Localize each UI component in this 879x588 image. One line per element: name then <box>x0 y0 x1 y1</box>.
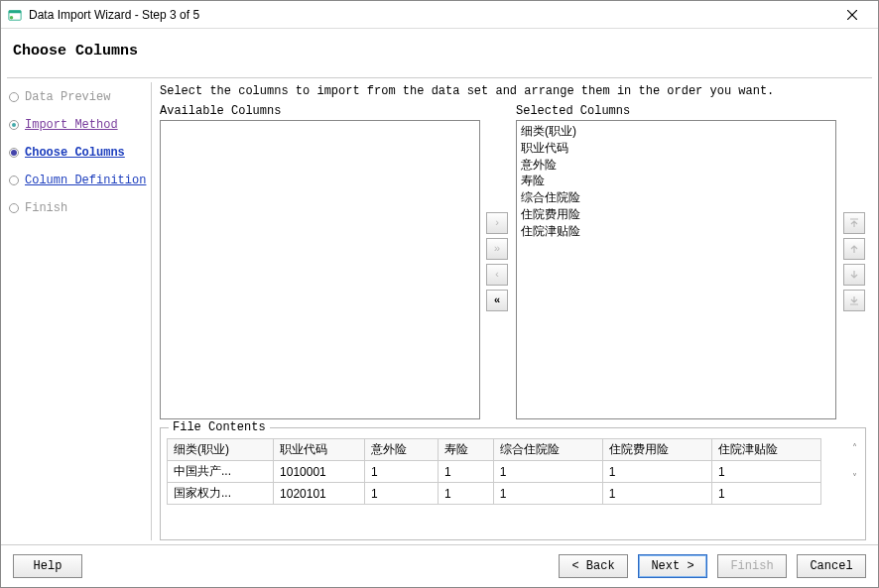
move-up-icon <box>848 243 860 255</box>
step-bullet-icon <box>9 203 19 213</box>
table-cell: 1 <box>711 483 820 505</box>
available-columns-list[interactable] <box>160 120 480 419</box>
window-title: Data Import Wizard - Step 3 of 5 <box>29 8 832 22</box>
list-item[interactable]: 寿险 <box>521 173 831 189</box>
nav-label: Finish <box>25 201 67 215</box>
nav-label: Column Definition <box>25 174 146 187</box>
scroll-up-icon: ˄ <box>852 442 857 454</box>
nav-item-column-definition[interactable]: Column Definition <box>9 174 148 187</box>
table-cell: 1 <box>711 461 820 483</box>
selected-columns-wrap: Selected Columns 细类(职业)职业代码意外险寿险综合住院险住院费… <box>516 104 836 419</box>
move-bottom-button[interactable] <box>843 290 865 311</box>
close-button[interactable] <box>832 1 872 29</box>
table-cell: 1 <box>493 483 602 505</box>
table-cell: 1 <box>365 461 439 483</box>
table-header-cell: 综合住院险 <box>493 439 602 461</box>
available-columns-wrap: Available Columns <box>160 104 480 419</box>
svg-rect-1 <box>9 10 21 13</box>
move-buttons: › » ‹ « <box>486 104 510 419</box>
file-contents-table: 细类(职业)职业代码意外险寿险综合住院险住院费用险住院津贴险 中国共产...10… <box>167 438 821 505</box>
step-bullet-icon <box>9 148 19 158</box>
nav-item-finish: Finish <box>9 201 148 215</box>
table-cell: 1020101 <box>274 483 365 505</box>
table-cell: 1 <box>602 483 711 505</box>
table-header-cell: 职业代码 <box>274 439 365 461</box>
step-bullet-icon <box>9 120 19 130</box>
header-section: Choose Columns <box>1 29 878 77</box>
list-item[interactable]: 职业代码 <box>521 140 831 157</box>
table-cell: 1010001 <box>274 461 365 483</box>
move-down-button[interactable] <box>843 264 865 286</box>
table-header-cell: 住院费用险 <box>602 439 711 461</box>
nav-item-import-method[interactable]: Import Method <box>9 118 148 132</box>
table-header-cell: 住院津贴险 <box>711 439 820 461</box>
back-button[interactable]: < Back <box>559 554 628 578</box>
table-header-row: 细类(职业)职业代码意外险寿险综合住院险住院费用险住院津贴险 <box>168 439 821 461</box>
add-button[interactable]: › <box>486 212 508 234</box>
step-bullet-icon <box>9 92 19 102</box>
table-cell: 1 <box>438 461 493 483</box>
finish-button[interactable]: Finish <box>717 554 787 578</box>
list-item[interactable]: 住院津贴险 <box>521 223 831 240</box>
add-all-button[interactable]: » <box>486 238 508 260</box>
remove-button[interactable]: ‹ <box>486 264 508 286</box>
help-button[interactable]: Help <box>13 554 82 578</box>
list-item[interactable]: 综合住院险 <box>521 189 831 206</box>
instruction-text: Select the columns to import from the da… <box>160 84 866 98</box>
nav-item-choose-columns[interactable]: Choose Columns <box>9 146 148 160</box>
next-button[interactable]: Next > <box>638 554 707 578</box>
table-cell: 1 <box>602 461 711 483</box>
nav-item-data-preview: Data Preview <box>9 90 148 104</box>
file-contents-scroll[interactable]: 细类(职业)职业代码意外险寿险综合住院险住院费用险住院津贴险 中国共产...10… <box>167 438 859 505</box>
file-contents-fieldset: File Contents 细类(职业)职业代码意外险寿险综合住院险住院费用险住… <box>160 427 866 540</box>
nav-label: Import Method <box>25 118 118 132</box>
list-item[interactable]: 细类(职业) <box>521 123 831 140</box>
main-panel: Select the columns to import from the da… <box>152 78 878 544</box>
selected-columns-label: Selected Columns <box>516 104 836 118</box>
footer: Help < Back Next > Finish Cancel <box>1 544 878 586</box>
table-cell: 1 <box>365 483 439 505</box>
move-top-icon <box>848 217 860 229</box>
titlebar: Data Import Wizard - Step 3 of 5 <box>1 1 878 29</box>
nav-label: Data Preview <box>25 90 110 104</box>
file-contents-legend: File Contents <box>169 420 270 434</box>
remove-all-button[interactable]: « <box>486 290 508 311</box>
page-title: Choose Columns <box>13 43 866 59</box>
list-item[interactable]: 意外险 <box>521 157 831 174</box>
selected-columns-list[interactable]: 细类(职业)职业代码意外险寿险综合住院险住院费用险住院津贴险 <box>516 120 836 419</box>
cancel-button[interactable]: Cancel <box>797 554 866 578</box>
close-icon <box>847 10 857 20</box>
wizard-nav: Data Preview Import Method Choose Column… <box>1 78 152 544</box>
svg-point-2 <box>10 15 14 19</box>
nav-label: Choose Columns <box>25 146 125 160</box>
table-cell: 国家权力... <box>168 483 274 505</box>
move-top-button[interactable] <box>843 212 865 234</box>
table-row[interactable]: 中国共产...101000111111 <box>168 461 821 483</box>
scroll-down-icon: ˅ <box>852 472 857 484</box>
table-header-cell: 意外险 <box>365 439 439 461</box>
step-bullet-icon <box>9 176 19 185</box>
table-cell: 中国共产... <box>168 461 274 483</box>
order-buttons <box>842 104 866 419</box>
list-item[interactable]: 住院费用险 <box>521 206 831 223</box>
table-cell: 1 <box>438 483 493 505</box>
available-columns-label: Available Columns <box>160 104 480 118</box>
move-bottom-icon <box>848 294 860 306</box>
content-area: Data Preview Import Method Choose Column… <box>1 78 878 544</box>
table-header-cell: 寿险 <box>438 439 493 461</box>
columns-area: Available Columns › » ‹ « Selected Colum… <box>160 104 866 419</box>
move-down-icon <box>848 269 860 281</box>
app-icon <box>7 7 23 23</box>
nav-separator <box>151 82 152 540</box>
move-up-button[interactable] <box>843 238 865 260</box>
vertical-scroll-hint: ˄ ˅ <box>852 442 857 484</box>
table-row[interactable]: 国家权力...102010111111 <box>168 483 821 505</box>
table-header-cell: 细类(职业) <box>168 439 274 461</box>
table-cell: 1 <box>493 461 602 483</box>
